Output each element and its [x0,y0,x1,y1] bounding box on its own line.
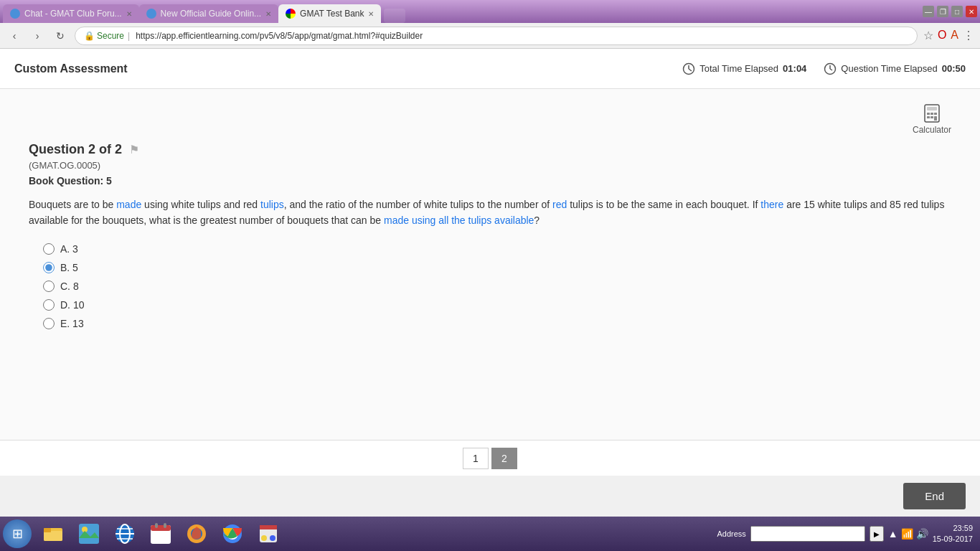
taskbar-file-explorer[interactable] [36,519,70,548]
browser-tab-3[interactable]: GMAT Test Bank ✕ [278,4,381,23]
acrobat-icon[interactable]: A [951,29,958,42]
page-1-button[interactable]: 1 [463,448,489,469]
tab-2-close[interactable]: ✕ [265,10,271,18]
tab-icon-1 [10,9,20,19]
question-text: Bouquets are to be made using white tuli… [29,197,951,229]
svg-rect-9 [930,113,933,115]
file-explorer-icon [42,522,65,545]
svg-rect-16 [44,528,51,532]
question-clock-icon [824,62,837,75]
radio-d[interactable] [43,299,55,311]
browser-titlebar: Chat - GMAT Club Foru... ✕ New Official … [0,0,980,23]
secure-badge: 🔒 Secure | [84,31,131,41]
question-time-value: 00:50 [942,63,966,74]
page-2-button[interactable]: 2 [491,448,517,469]
taskbar-paint[interactable] [251,519,286,548]
svg-rect-17 [79,524,99,544]
svg-point-37 [270,535,275,541]
calculator-label: Calculator [913,125,951,135]
end-button[interactable]: End [903,483,966,509]
taskbar: ⊞ [0,517,980,551]
question-title: Question 2 of 2 [29,142,122,157]
address-bar[interactable]: 🔒 Secure | https://app.efficientlearning… [75,27,918,45]
back-button[interactable]: ‹ [6,27,23,44]
tab-3-close[interactable]: ✕ [368,10,374,18]
photos-icon [77,522,100,545]
book-question: Book Question: 5 [29,175,951,187]
svg-rect-15 [44,531,62,541]
tray-arrow-icon: ▲ [888,528,898,540]
menu-icon[interactable]: ⋮ [963,29,974,42]
firefox-icon [185,522,208,545]
choice-a-label: A. 3 [60,243,78,255]
opera-icon[interactable]: O [938,29,946,42]
app-header: Custom Assessment Total Time Elapsed 01:… [0,49,980,89]
total-time-item: Total Time Elapsed 01:04 [682,62,806,75]
highlight-made2: made using all the tulips available [384,215,534,226]
choice-b-label: B. 5 [60,262,78,273]
question-time-item: Question Time Elapsed 00:50 [824,62,966,75]
radio-b[interactable] [43,262,55,273]
calculator-area: Calculator [29,103,951,135]
taskbar-photos[interactable] [72,519,106,548]
calculator-button[interactable]: Calculator [913,103,951,135]
choice-e-label: E. 13 [60,318,84,329]
taskbar-firefox[interactable] [179,519,214,548]
lock-icon: 🔒 [84,31,95,41]
secure-label: Secure [97,31,124,41]
radio-e[interactable] [43,318,55,329]
restore-button[interactable]: ❐ [937,6,948,17]
new-tab-button[interactable] [384,9,405,23]
address-tray-input[interactable] [750,526,865,542]
radio-a[interactable] [43,243,55,255]
svg-rect-7 [927,107,937,110]
choice-e[interactable]: E. 13 [43,318,951,329]
browser-addressbar: ‹ › ↻ 🔒 Secure | https://app.efficientle… [0,23,980,49]
tab-2-label: New Official Guide Onlin... [161,9,262,19]
taskbar-ie[interactable] [108,519,142,548]
taskbar-calendar[interactable] [143,519,178,548]
tab-icon-2 [146,9,156,19]
minimize-button[interactable]: — [923,6,934,17]
bookmark-icon[interactable]: ☆ [923,29,933,42]
browser-tab-1[interactable]: Chat - GMAT Club Foru... ✕ [3,4,139,23]
radio-c[interactable] [43,281,55,292]
address-go-button[interactable]: ▶ [870,526,884,542]
clock-time: 23:59 [933,523,973,534]
clock-date: 15-09-2017 [933,534,973,545]
question-header: Question 2 of 2 ⚑ [29,142,951,157]
forward-button[interactable]: › [29,27,46,44]
timer-section: Total Time Elapsed 01:04 Question Time E… [682,62,966,75]
browser-tab-2[interactable]: New Official Guide Onlin... ✕ [139,4,279,23]
svg-rect-12 [930,116,933,118]
browser-tabs: Chat - GMAT Club Foru... ✕ New Official … [3,0,405,23]
tray-volume-icon: 🔊 [916,528,928,540]
tab-1-label: Chat - GMAT Club Foru... [24,9,122,19]
highlight-red: red [552,199,567,210]
choice-c[interactable]: C. 8 [43,281,951,292]
svg-rect-10 [934,113,937,115]
address-actions: ☆ O A ⋮ [923,29,974,42]
taskbar-chrome[interactable] [215,519,250,548]
choice-d[interactable]: D. 10 [43,299,951,311]
close-button[interactable]: ✕ [966,6,977,17]
maximize-button[interactable]: □ [951,6,963,17]
flag-icon[interactable]: ⚑ [129,143,139,156]
choice-d-label: D. 10 [60,299,84,311]
clock-display: 23:59 15-09-2017 [933,523,973,545]
system-tray: Address ▶ ▲ 📶 🔊 23:59 15-09-2017 [717,523,978,545]
choice-b[interactable]: B. 5 [43,262,951,273]
start-button[interactable]: ⊞ [3,519,32,548]
svg-rect-11 [927,116,930,118]
svg-rect-28 [164,523,166,528]
question-id: (GMAT.OG.0005) [29,160,951,171]
tray-network-icon: 📶 [901,528,913,540]
tab-3-label: GMAT Test Bank [300,9,364,19]
chrome-icon [221,522,244,545]
tab-1-close[interactable]: ✕ [126,10,132,18]
reload-button[interactable]: ↻ [52,27,69,44]
choice-a[interactable]: A. 3 [43,243,951,255]
highlight-tulips1: tulips [260,199,284,210]
total-clock-icon [682,62,695,75]
svg-line-5 [830,69,832,70]
